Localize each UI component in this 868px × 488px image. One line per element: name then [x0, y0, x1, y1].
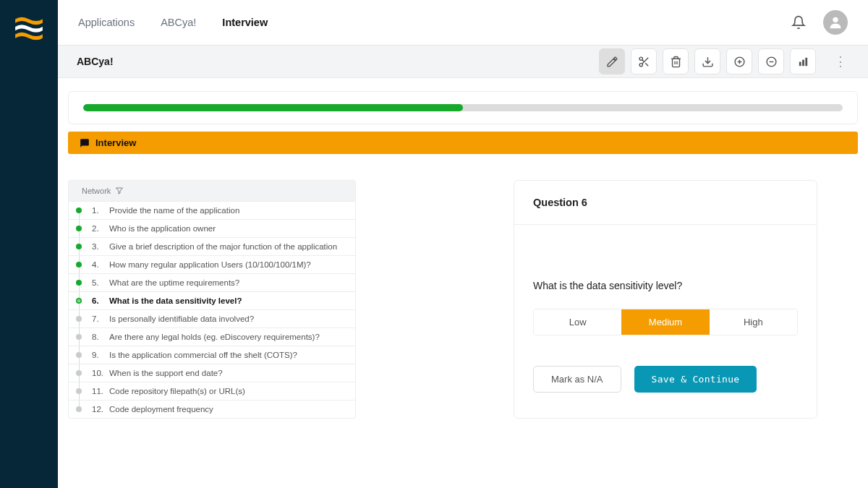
question-number: 2. [92, 224, 106, 233]
question-label: Who is the application owner [109, 224, 216, 233]
status-dot [76, 226, 82, 231]
chart-button[interactable] [790, 48, 816, 74]
add-button[interactable] [726, 48, 752, 74]
question-heading: Question 6 [514, 181, 817, 225]
cut-button[interactable] [631, 48, 657, 74]
status-dot [76, 406, 82, 412]
question-number: 9. [92, 351, 106, 359]
question-label: Give a brief description of the major fu… [109, 242, 337, 251]
question-label: What is the data sensitivity level? [109, 296, 242, 305]
question-list-item[interactable]: 4.How many regular application Users (10… [69, 256, 355, 274]
answer-options: LowMediumHigh [533, 309, 798, 335]
svg-rect-8 [805, 57, 807, 65]
status-dot [76, 207, 82, 213]
status-dot [76, 388, 82, 394]
brand-sidebar [0, 0, 58, 488]
question-number: 11. [92, 387, 106, 395]
answer-option[interactable]: Low [534, 309, 621, 335]
question-label: How many regular application Users (10/1… [109, 260, 311, 269]
breadcrumb-item[interactable]: Interview [222, 17, 268, 28]
status-dot [76, 298, 82, 304]
question-label: Is personally identifiable data involved… [109, 314, 254, 323]
svg-point-1 [833, 17, 838, 22]
question-number: 10. [92, 369, 106, 377]
mark-na-button[interactable]: Mark as N/A [533, 366, 621, 393]
question-number: 8. [92, 333, 106, 341]
filter-icon [115, 187, 124, 195]
person-icon [827, 14, 843, 30]
chat-icon [80, 138, 90, 148]
section-header: Interview [68, 132, 858, 154]
question-list-item[interactable]: 5.What are the uptime requirements? [69, 274, 355, 292]
status-dot [76, 280, 82, 286]
status-dot [76, 316, 82, 322]
titlebar-actions: ⋮ [599, 48, 849, 74]
question-list-item[interactable]: 1.Provide the name of the application [69, 202, 355, 220]
group-label: Network [82, 187, 111, 195]
topbar: ApplicationsABCya!Interview [58, 0, 868, 45]
question-number: 7. [92, 314, 106, 323]
download-button[interactable] [694, 48, 720, 74]
more-menu-button[interactable]: ⋮ [832, 53, 849, 69]
breadcrumb-item[interactable]: ABCya! [161, 17, 196, 28]
question-number: 6. [92, 296, 106, 305]
progress-bar [68, 91, 858, 124]
question-list-item[interactable]: 9.Is the application commercial off the … [69, 346, 355, 364]
question-card: Question 6 What is the data sensitivity … [514, 180, 817, 419]
page-title: ABCya! [77, 56, 114, 67]
question-text: What is the data sensitivity level? [533, 280, 798, 291]
question-list-item[interactable]: 6.What is the data sensitivity level? [69, 292, 355, 310]
question-list-item[interactable]: 11.Code repository filepath(s) or URL(s) [69, 382, 355, 401]
answer-option[interactable]: High [710, 309, 797, 335]
status-dot [76, 352, 82, 358]
question-label: Code repository filepath(s) or URL(s) [109, 387, 245, 395]
breadcrumb-item[interactable]: Applications [78, 17, 135, 28]
question-list-item[interactable]: 3.Give a brief description of the major … [69, 238, 355, 256]
status-dot [76, 262, 82, 267]
question-number: 3. [92, 242, 106, 251]
status-dot [76, 334, 82, 340]
brand-logo[interactable] [14, 13, 44, 43]
question-label: What are the uptime requirements? [109, 278, 239, 287]
question-number: 1. [92, 206, 106, 215]
question-label: When is the support end date? [109, 369, 223, 377]
edit-button[interactable] [599, 48, 625, 74]
question-label: Are there any legal holds (eg. eDiscover… [109, 333, 320, 341]
question-number: 4. [92, 260, 106, 269]
avatar[interactable] [823, 10, 848, 35]
section-label: Interview [95, 137, 136, 148]
remove-button[interactable] [758, 48, 784, 74]
save-continue-button[interactable]: Save & Continue [634, 366, 757, 393]
svg-rect-7 [802, 59, 804, 66]
svg-point-2 [639, 57, 642, 60]
question-list: Network 1.Provide the name of the applic… [68, 180, 356, 419]
question-number: 12. [92, 405, 106, 414]
titlebar: ABCya! ⋮ [58, 45, 868, 78]
delete-button[interactable] [663, 48, 689, 74]
question-list-item[interactable]: 10.When is the support end date? [69, 364, 355, 382]
question-label: Is the application commercial off the sh… [109, 351, 297, 359]
question-list-item[interactable]: 12.Code deployment frequency [69, 401, 355, 418]
svg-rect-6 [799, 61, 801, 66]
question-label: Provide the name of the application [109, 206, 239, 215]
answer-option[interactable]: Medium [621, 309, 709, 335]
question-list-item[interactable]: 2.Who is the application owner [69, 220, 355, 238]
question-list-item[interactable]: 8.Are there any legal holds (eg. eDiscov… [69, 328, 355, 346]
breadcrumb: ApplicationsABCya!Interview [78, 17, 268, 28]
status-dot [76, 370, 82, 376]
svg-point-3 [639, 63, 642, 66]
question-list-item[interactable]: 7.Is personally identifiable data involv… [69, 310, 355, 328]
question-label: Code deployment frequency [109, 405, 213, 414]
bell-icon[interactable] [791, 15, 806, 30]
question-list-group-header[interactable]: Network [69, 181, 355, 202]
question-number: 5. [92, 278, 106, 287]
status-dot [76, 244, 82, 249]
